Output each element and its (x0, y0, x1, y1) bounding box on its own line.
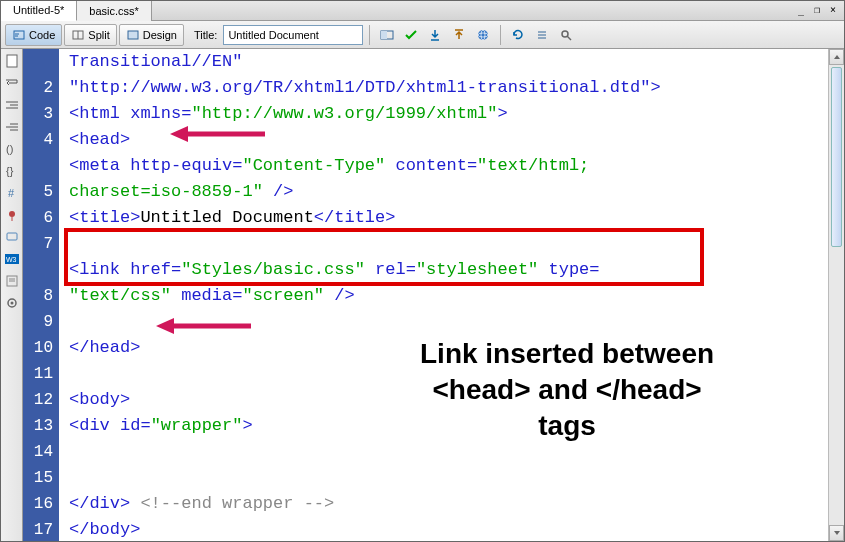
gear-icon[interactable] (4, 295, 20, 311)
line-gutter: 23456789101112131415161718 (23, 49, 59, 541)
paren-icon[interactable]: () (4, 141, 20, 157)
scroll-thumb[interactable] (831, 67, 842, 247)
restore-icon[interactable]: ❐ (810, 3, 824, 17)
svg-point-37 (10, 302, 13, 305)
code-line[interactable] (69, 439, 828, 465)
svg-rect-30 (7, 233, 17, 240)
line-number: 5 (23, 179, 53, 205)
line-number: 15 (23, 465, 53, 491)
code-line[interactable]: </head> (69, 335, 828, 361)
svg-rect-0 (14, 31, 24, 39)
code-line[interactable] (69, 361, 828, 387)
line-number: 11 (23, 361, 53, 387)
line-number: 6 (23, 205, 53, 231)
line-number: 10 (23, 335, 53, 361)
line-number: 14 (23, 439, 53, 465)
code-area[interactable]: Transitional//EN""http://www.w3.org/TR/x… (59, 49, 828, 541)
w3c-icon[interactable]: W3 (4, 251, 20, 267)
title-label: Title: (194, 29, 217, 41)
line-number (23, 49, 53, 75)
close-icon[interactable]: × (826, 3, 840, 17)
line-number (23, 257, 53, 283)
code-button[interactable]: Code (5, 24, 62, 46)
code-line[interactable]: <body> (69, 387, 828, 413)
code-line[interactable]: </div> <!--end wrapper --> (69, 491, 828, 517)
outdent-icon[interactable] (4, 119, 20, 135)
split-button[interactable]: Split (64, 24, 116, 46)
svg-line-17 (567, 36, 571, 40)
globe-icon[interactable] (472, 24, 494, 46)
design-button[interactable]: Design (119, 24, 184, 46)
code-line[interactable]: <div id="wrapper"> (69, 413, 828, 439)
code-line[interactable]: <link href="Styles/basic.css" rel="style… (69, 257, 828, 283)
code-icon (12, 28, 26, 42)
split-view-icon[interactable] (376, 24, 398, 46)
tab-untitled[interactable]: Untitled-5* (1, 1, 77, 21)
code-line[interactable]: <head> (69, 127, 828, 153)
document-icon[interactable] (4, 53, 20, 69)
window-controls: _ ❐ × (794, 3, 840, 17)
svg-text:#: # (8, 187, 15, 199)
comment-icon[interactable] (4, 229, 20, 245)
wrap-icon[interactable] (4, 75, 20, 91)
svg-point-10 (478, 30, 488, 40)
tab-basic-css[interactable]: basic.css* (77, 1, 152, 21)
hash-icon[interactable]: # (4, 185, 20, 201)
code-line[interactable]: <meta http-equiv="Content-Type" content=… (69, 153, 828, 179)
code-line[interactable] (69, 465, 828, 491)
code-line[interactable]: <html xmlns="http://www.w3.org/1999/xhtm… (69, 101, 828, 127)
code-line[interactable]: <title>Untitled Document</title> (69, 205, 828, 231)
code-line[interactable]: charset=iso-8859-1" /> (69, 179, 828, 205)
upload-icon[interactable] (448, 24, 470, 46)
code-line[interactable]: Transitional//EN" (69, 49, 828, 75)
line-number: 13 (23, 413, 53, 439)
line-number: 16 (23, 491, 53, 517)
search-icon[interactable] (555, 24, 577, 46)
split-icon (71, 28, 85, 42)
line-number: 9 (23, 309, 53, 335)
svg-rect-5 (128, 31, 138, 39)
minimize-icon[interactable]: _ (794, 3, 808, 17)
pin-icon[interactable] (4, 207, 20, 223)
code-editor[interactable]: 23456789101112131415161718 Transitional/… (23, 49, 844, 541)
line-number: 12 (23, 387, 53, 413)
design-icon (126, 28, 140, 42)
refresh-icon[interactable] (507, 24, 529, 46)
svg-text:W3: W3 (6, 256, 17, 263)
svg-rect-7 (381, 31, 387, 39)
download-icon[interactable] (424, 24, 446, 46)
line-number: 3 (23, 101, 53, 127)
line-number: 7 (23, 231, 53, 257)
code-line[interactable] (69, 231, 828, 257)
tab-bar: Untitled-5* basic.css* _ ❐ × (1, 1, 844, 21)
code-line[interactable]: "text/css" media="screen" /> (69, 283, 828, 309)
list-icon[interactable] (531, 24, 553, 46)
svg-text:(): () (6, 143, 13, 155)
line-number: 8 (23, 283, 53, 309)
vertical-scrollbar[interactable] (828, 49, 844, 541)
title-input[interactable] (223, 25, 363, 45)
code-line[interactable]: </body> (69, 517, 828, 541)
line-number: 2 (23, 75, 53, 101)
svg-text:{}: {} (6, 165, 14, 177)
check-icon[interactable] (400, 24, 422, 46)
code-line[interactable] (69, 309, 828, 335)
svg-point-28 (9, 211, 15, 217)
code-line[interactable]: "http://www.w3.org/TR/xhtml1/DTD/xhtml1-… (69, 75, 828, 101)
brace-icon[interactable]: {} (4, 163, 20, 179)
side-toolbar: () {} # W3 (1, 49, 23, 541)
indent-icon[interactable] (4, 97, 20, 113)
line-number (23, 153, 53, 179)
main-area: () {} # W3 23456789101112131415161718 Tr… (1, 49, 844, 541)
snippets-icon[interactable] (4, 273, 20, 289)
line-number: 4 (23, 127, 53, 153)
toolbar: Code Split Design Title: (1, 21, 844, 49)
line-number: 17 (23, 517, 53, 541)
scroll-down-icon[interactable] (829, 525, 844, 541)
svg-rect-18 (7, 55, 17, 67)
scroll-up-icon[interactable] (829, 49, 844, 65)
